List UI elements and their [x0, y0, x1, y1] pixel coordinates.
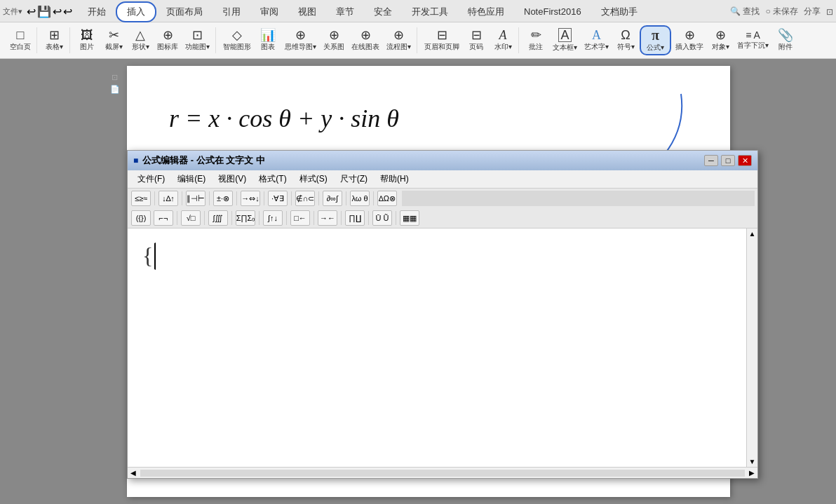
image-btn[interactable]: 🖼 图片 — [74, 27, 100, 53]
watermark-btn[interactable]: A 水印▾ — [490, 27, 515, 53]
toolbar-group-page: □ 空白页 — [4, 27, 37, 53]
eq-btn-spaces[interactable]: ↓∆↑ — [159, 191, 178, 206]
textbox-btn[interactable]: A 文本框▾ — [550, 27, 580, 54]
tab-doc-helper[interactable]: 文档助手 — [591, 3, 647, 21]
sep9 — [373, 191, 374, 205]
chart-btn[interactable]: 📊 图表 — [255, 27, 281, 53]
eq-btn-matrix[interactable]: □← — [290, 210, 310, 226]
dialog-edit-area[interactable]: { — [135, 236, 750, 460]
eq-btn-frac[interactable]: ⌐¬ — [154, 210, 173, 226]
eq-btn-prod[interactable]: ∏∐ — [345, 210, 365, 226]
eq-btn-accents[interactable]: Ū Ũ — [372, 210, 392, 226]
arttext-icon: A — [592, 29, 601, 41]
symbol-btn[interactable]: Ω 符号▾ — [613, 27, 638, 53]
smart-shape-btn[interactable]: ◇ 智能图形 — [220, 27, 254, 53]
online-table-icon: ⊕ — [360, 29, 371, 41]
hscroll-left[interactable]: ◀ — [128, 469, 139, 477]
tab-bar: 文件▾ ↩ 💾 ↩ ↩ 开始 插入 页面布局 引用 审阅 视图 — [0, 0, 836, 22]
sep2 — [182, 191, 182, 205]
eq-btn-brackets[interactable]: ({}) — [131, 210, 151, 226]
eq-btn-sets[interactable]: ∉∩⊂ — [295, 191, 315, 206]
save-tool[interactable]: ○ 未保存 — [765, 6, 798, 18]
document-formula: r = x · cos θ + y · sin θ — [169, 101, 688, 136]
flowchart-btn[interactable]: ⊕ 流程图▾ — [384, 27, 414, 53]
annotation-btn[interactable]: ✏ 批注 — [523, 27, 548, 53]
eq-toolbar-row1: ≤≥≈ ↓∆↑ ∥⊣⊢ ±·⊗ →⇔↓ ·∀∃ ∉∩⊂ — [128, 189, 757, 208]
tab-ref[interactable]: 引用 — [213, 3, 250, 21]
eq-btn-relations[interactable]: ≤≥≈ — [131, 191, 151, 206]
header-footer-btn[interactable]: ⊟ 页眉和页脚 — [422, 27, 462, 53]
eq-vscrollbar[interactable]: ▲ ▼ — [746, 229, 757, 467]
tab-start[interactable]: 开始 — [78, 3, 116, 21]
shape-icon: △ — [135, 29, 145, 41]
mindmap-btn[interactable]: ⊕ 思维导图▾ — [282, 27, 319, 53]
iconlib-btn[interactable]: ⊕ 图标库 — [154, 27, 181, 53]
eq-btn-radical[interactable]: √□ — [181, 210, 201, 226]
eq-cursor: { — [142, 243, 156, 270]
tab-insert[interactable]: 插入 — [116, 1, 156, 22]
menu-size[interactable]: 尺寸(Z) — [335, 172, 373, 186]
menu-format[interactable]: 格式(T) — [253, 172, 292, 186]
relation-btn[interactable]: ⊕ 关系图 — [321, 27, 347, 53]
tab-view[interactable]: 视图 — [288, 3, 326, 21]
minimize-button[interactable]: ─ — [704, 155, 718, 166]
shape-btn[interactable]: △ 形状▾ — [128, 27, 153, 53]
undo-icon[interactable]: ↩ — [27, 5, 36, 18]
tab-page-layout[interactable]: 页面布局 — [156, 3, 213, 21]
vscroll-up[interactable]: ▲ — [748, 229, 757, 239]
insertnum-btn[interactable]: ⊕ 插入数字 — [673, 27, 706, 53]
sep12 — [231, 211, 232, 225]
crop-icon: ✂ — [109, 29, 119, 41]
formula-btn[interactable]: π 公式▾ — [640, 25, 671, 55]
format-icon[interactable]: ↩ — [63, 5, 72, 18]
blank-page-btn[interactable]: □ 空白页 — [7, 27, 34, 53]
online-table-btn[interactable]: ⊕ 在线图表 — [349, 27, 382, 53]
eq-btn-greek1[interactable]: λω θ — [350, 191, 370, 206]
eq-btn-arrows[interactable]: →⇔↓ — [241, 191, 260, 206]
close-button[interactable]: ✕ — [738, 155, 752, 166]
eq-btn-greek2[interactable]: ∆Ω⊗ — [377, 191, 397, 206]
tab-review[interactable]: 审阅 — [250, 3, 288, 21]
share-tool[interactable]: 分享 — [804, 6, 821, 18]
page-num-btn[interactable]: ⊟ 页码 — [464, 27, 489, 53]
eq-btn-spacing[interactable]: ▦▦ — [400, 210, 419, 226]
sep11 — [204, 211, 205, 225]
sep5 — [264, 191, 264, 205]
hscroll-right[interactable]: ▶ — [746, 469, 757, 477]
eq-btn-calculus[interactable]: ∂∞∫ — [323, 191, 342, 206]
search-tool[interactable]: 🔍 查找 — [730, 6, 760, 18]
object-btn[interactable]: ⊕ 对象▾ — [708, 27, 733, 53]
tab-devtools[interactable]: 开发工具 — [402, 3, 458, 21]
dialog-menubar: 文件(F) 编辑(E) 视图(V) 格式(T) 样式(S) 尺寸(Z) 帮助(H… — [128, 170, 757, 189]
redo-icon[interactable]: ↩ — [53, 5, 62, 18]
vscroll-down[interactable]: ▼ — [748, 456, 757, 467]
dropcap-btn[interactable]: ≡ A 首字下沉▾ — [734, 29, 771, 52]
table-btn[interactable]: ⊞ 表格▾ — [41, 27, 67, 53]
menu-style[interactable]: 样式(S) — [294, 172, 333, 186]
tab-notefirst[interactable]: NoteFirst2016 — [514, 4, 591, 20]
menu-edit[interactable]: 编辑(E) — [172, 172, 211, 186]
save-icon[interactable]: 💾 — [37, 5, 51, 18]
eq-btn-integral[interactable]: ∫∭ — [208, 210, 228, 226]
attachment-btn[interactable]: 📎 附件 — [773, 27, 798, 53]
dialog-titlebar: ■ 公式编辑器 - 公式在 文字文 中 ─ □ ✕ — [128, 151, 757, 170]
toolbar-group-text: ✏ 批注 A 文本框▾ A 艺术字▾ Ω 符号▾ π 公式 — [520, 25, 801, 55]
function-btn[interactable]: ⊡ 功能图▾ — [182, 27, 213, 53]
tab-chapter[interactable]: 章节 — [326, 3, 364, 21]
menu-view[interactable]: 视图(V) — [213, 172, 252, 186]
window-btn[interactable]: ⊡ — [826, 7, 833, 17]
arttext-btn[interactable]: A 艺术字▾ — [581, 27, 612, 53]
eq-btn-lines[interactable]: ∥⊣⊢ — [186, 191, 205, 206]
eq-btn-limit[interactable]: ∫↑↓ — [263, 210, 283, 226]
menu-help[interactable]: 帮助(H) — [375, 172, 414, 186]
eq-btn-logic[interactable]: ·∀∃ — [268, 191, 288, 206]
crop-btn[interactable]: ✂ 截屏▾ — [101, 27, 126, 53]
tab-security[interactable]: 安全 — [364, 3, 402, 21]
eq-btn-sum[interactable]: Σ∏Σ₀ — [236, 210, 255, 226]
menu-file[interactable]: 文件(F) — [132, 172, 170, 186]
chart-icon: 📊 — [260, 29, 276, 41]
eq-btn-ops[interactable]: ±·⊗ — [213, 191, 233, 206]
restore-button[interactable]: □ — [721, 155, 735, 166]
tab-special[interactable]: 特色应用 — [458, 3, 514, 21]
eq-btn-arrows2[interactable]: →← — [318, 210, 337, 226]
